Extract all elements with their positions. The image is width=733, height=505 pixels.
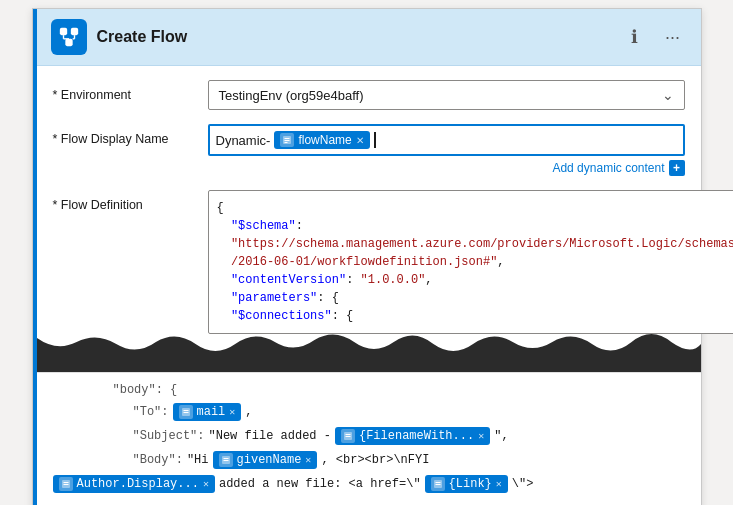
json-line-7: "$connections": { — [217, 307, 734, 325]
to-label-text: "To": — [53, 405, 169, 419]
add-dynamic-link: Add dynamic content + — [208, 160, 685, 176]
flow-def-row: * Flow Definition { "$schema": "https://… — [53, 190, 685, 334]
link-suffix: \"> — [512, 477, 534, 491]
json-line-1: { — [217, 199, 734, 217]
author-token-label: Author.Display... — [77, 477, 199, 491]
json-line-5: "contentVersion": "1.0.0.0", — [217, 271, 734, 289]
chevron-down-icon: ⌄ — [662, 87, 674, 103]
to-line: "To": mail ✕ , — [53, 403, 685, 421]
link-token-label: {Link} — [449, 477, 492, 491]
json-line-6: "parameters": { — [217, 289, 734, 307]
subject-token-icon — [341, 429, 355, 443]
flow-def-textarea[interactable]: { "$schema": "https://schema.management.… — [208, 190, 734, 334]
svg-rect-19 — [223, 460, 228, 461]
flow-icon — [51, 19, 87, 55]
svg-rect-13 — [183, 412, 188, 413]
subject-text: "New file added - — [209, 429, 331, 443]
given-name-token-close[interactable]: ✕ — [305, 454, 311, 466]
environment-control: TestingEnv (org59e4baff) ⌄ — [208, 80, 685, 110]
to-token-icon — [179, 405, 193, 419]
json-line-2: "$schema": — [217, 217, 734, 235]
author-token-chip[interactable]: Author.Display... ✕ — [53, 475, 215, 493]
given-name-token-chip[interactable]: givenName ✕ — [213, 451, 318, 469]
main-panel: Create Flow ℹ ··· * Environment TestingE… — [32, 8, 702, 505]
add-dynamic-label: Add dynamic content — [552, 161, 664, 175]
plus-icon: + — [669, 160, 685, 176]
to-token-label: mail — [197, 405, 226, 419]
environment-value: TestingEnv (org59e4baff) — [219, 88, 364, 103]
info-button[interactable]: ℹ — [621, 23, 649, 51]
flow-name-token-label: flowName — [298, 133, 351, 147]
environment-dropdown[interactable]: TestingEnv (org59e4baff) ⌄ — [208, 80, 685, 110]
body-label-line: "body": { — [53, 383, 685, 397]
svg-rect-2 — [65, 39, 72, 46]
flow-def-label: * Flow Definition — [53, 190, 208, 212]
flow-name-label: * Flow Display Name — [53, 124, 208, 146]
flow-name-row: * Flow Display Name Dynamic- — [53, 124, 685, 176]
body-area: "body": { "To": mail — [53, 383, 685, 493]
svg-rect-16 — [345, 436, 350, 437]
svg-rect-24 — [435, 482, 440, 483]
flow-name-token-chip[interactable]: flowName ✕ — [274, 131, 369, 149]
body-hi-label-text: "Body": — [53, 453, 183, 467]
svg-rect-0 — [59, 28, 66, 35]
environment-label: * Environment — [53, 80, 208, 102]
svg-rect-12 — [183, 410, 188, 411]
form-area: * Environment TestingEnv (org59e4baff) ⌄… — [37, 66, 701, 334]
flow-name-token-close[interactable]: ✕ — [356, 135, 364, 146]
rip-section — [37, 334, 701, 372]
author-token-icon — [59, 477, 73, 491]
to-suffix: , — [245, 405, 252, 419]
subject-token-label: {FilenameWith... — [359, 429, 474, 443]
to-token-close[interactable]: ✕ — [229, 406, 235, 418]
flow-name-prefix: Dynamic- — [216, 133, 271, 148]
header-actions: ℹ ··· — [621, 23, 687, 51]
body-hi-suffix: , <br><br>\nFYI — [321, 453, 429, 467]
to-token-chip[interactable]: mail ✕ — [173, 403, 242, 421]
add-dynamic-content-link[interactable]: Add dynamic content + — [552, 160, 684, 176]
body-open-label: "body": { — [53, 383, 178, 397]
link-token-close[interactable]: ✕ — [496, 478, 502, 490]
given-name-token-label: givenName — [237, 453, 302, 467]
svg-rect-25 — [435, 484, 440, 485]
subject-suffix: ", — [494, 429, 508, 443]
subject-token-chip[interactable]: {FilenameWith... ✕ — [335, 427, 490, 445]
flow-name-control: Dynamic- flowName ✕ — [208, 124, 685, 176]
svg-rect-21 — [63, 482, 68, 483]
subject-line: "Subject": "New file added - {FilenameWi… — [53, 427, 685, 445]
flow-def-control: { "$schema": "https://schema.management.… — [208, 190, 734, 334]
rip-svg — [37, 334, 701, 372]
environment-row: * Environment TestingEnv (org59e4baff) ⌄ — [53, 80, 685, 110]
svg-rect-15 — [345, 434, 350, 435]
author-suffix-text: added a new file: <a href=\" — [219, 477, 421, 491]
svg-rect-8 — [285, 138, 290, 139]
svg-rect-22 — [63, 484, 68, 485]
author-line: Author.Display... ✕ added a new file: <a… — [53, 475, 685, 493]
json-line-4: /2016-06-01/workflowdefinition.json#", — [217, 253, 734, 271]
text-cursor — [374, 132, 376, 148]
json-line-3: "https://schema.management.azure.com/pro… — [217, 235, 734, 253]
lower-section: "body": { "To": mail — [37, 372, 701, 505]
panel-title: Create Flow — [97, 28, 611, 46]
link-token-icon — [431, 477, 445, 491]
given-name-token-icon — [219, 453, 233, 467]
author-token-close[interactable]: ✕ — [203, 478, 209, 490]
flow-name-input[interactable]: Dynamic- flowName ✕ — [208, 124, 685, 156]
blue-accent-bar — [33, 9, 37, 505]
svg-rect-9 — [285, 140, 290, 141]
subject-token-close[interactable]: ✕ — [478, 430, 484, 442]
body-hi-text: "Hi — [187, 453, 209, 467]
token-icon — [280, 133, 294, 147]
subject-label-text: "Subject": — [53, 429, 205, 443]
body-hi-line: "Body": "Hi givenName ✕ , < — [53, 451, 685, 469]
flow-svg-icon — [58, 26, 80, 48]
svg-rect-1 — [70, 28, 77, 35]
svg-rect-18 — [223, 458, 228, 459]
link-token-chip[interactable]: {Link} ✕ — [425, 475, 508, 493]
svg-rect-10 — [285, 142, 288, 143]
panel-header: Create Flow ℹ ··· — [37, 9, 701, 66]
more-button[interactable]: ··· — [659, 23, 687, 51]
